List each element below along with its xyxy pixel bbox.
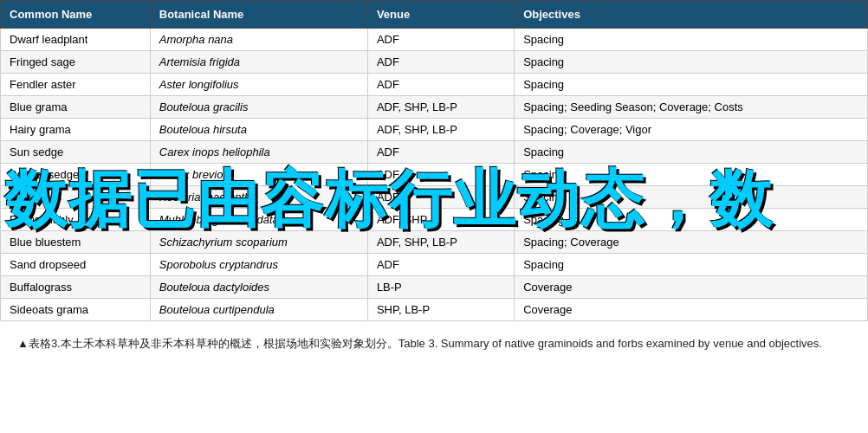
cell-botanical-name: Schizachyrium scoparium bbox=[150, 231, 367, 254]
cell-common-name: Sand dropseed bbox=[1, 254, 151, 276]
cell-common-name: Buffalograss bbox=[1, 276, 151, 299]
caption-chinese: 表格3.本土禾本科草种及非禾本科草种的概述，根据场地和实验对象划分。 bbox=[29, 337, 398, 350]
cell-venue: SHP, LB-P bbox=[367, 299, 514, 321]
cell-objectives: Spacing bbox=[515, 209, 868, 231]
table-row: Blue gramaBouteloua gracilisADF, SHP, LB… bbox=[1, 96, 868, 119]
cell-venue: ADF, SHP, LB-P bbox=[367, 231, 514, 254]
cell-venue: LB-P bbox=[367, 276, 514, 299]
cell-common-name: Blue bluestem bbox=[1, 231, 151, 254]
cell-venue: ADF bbox=[367, 74, 514, 96]
cell-venue: ADF bbox=[367, 186, 514, 209]
header-objectives: Objectives bbox=[515, 1, 868, 29]
cell-venue: ADF, SHP, LB-P bbox=[367, 96, 514, 119]
cell-objectives: Coverage bbox=[515, 276, 868, 299]
cell-objectives: Spacing; Coverage; Vigor bbox=[515, 119, 868, 141]
cell-botanical-name: Aster longifolius bbox=[150, 74, 367, 96]
header-venue: Venue bbox=[367, 1, 514, 29]
cell-venue: ADF bbox=[367, 254, 514, 276]
table-row: Blue bluestemSchizachyrium scopariumADF,… bbox=[1, 231, 868, 254]
table-row: Fringed sageArtemisia frigidaADFSpacing bbox=[1, 51, 868, 74]
table-row: Fendler asterAster longifoliusADFSpacing bbox=[1, 74, 868, 96]
cell-botanical-name: Bouteloua dactyloides bbox=[150, 276, 367, 299]
caption-english: Table 3. Summary of native graminoids an… bbox=[398, 337, 822, 350]
caption-area: ▲表格3.本土禾本科草种及非禾本科草种的概述，根据场地和实验对象划分。Table… bbox=[0, 335, 868, 367]
cell-botanical-name: Koeleria macrantha bbox=[150, 186, 367, 209]
cell-botanical-name: Bouteloua hirsuta bbox=[150, 119, 367, 141]
table-row: Sand dropseedSporobolus cryptandrusADFSp… bbox=[1, 254, 868, 276]
table-row: BuffalograssBouteloua dactyloidesLB-PCov… bbox=[1, 276, 868, 299]
cell-common-name: Junegrass bbox=[1, 186, 151, 209]
cell-common-name: Plains muhly bbox=[1, 209, 151, 231]
cell-botanical-name: Artemisia frigida bbox=[150, 51, 367, 74]
cell-common-name: Sideoats grama bbox=[1, 299, 151, 321]
cell-objectives: Spacing; Coverage bbox=[515, 231, 868, 254]
cell-botanical-name: Carex brevior bbox=[150, 164, 367, 186]
cell-common-name: Sun sedge bbox=[1, 141, 151, 164]
cell-common-name: Brevior sedge bbox=[1, 164, 151, 186]
cell-botanical-name: Muhlenbergia cuspidata bbox=[150, 209, 367, 231]
header-common-name: Common Name bbox=[1, 1, 151, 29]
cell-common-name: Dwarf leadplant bbox=[1, 29, 151, 51]
cell-botanical-name: Carex inops heliophila bbox=[150, 141, 367, 164]
table-row: Plains muhlyMuhlenbergia cuspidataADF, S… bbox=[1, 209, 868, 231]
cell-venue: ADF bbox=[367, 164, 514, 186]
data-table: Common Name Botanical Name Venue Objecti… bbox=[0, 0, 868, 321]
cell-venue: ADF, SHP bbox=[367, 209, 514, 231]
main-container: Common Name Botanical Name Venue Objecti… bbox=[0, 0, 868, 367]
cell-objectives: Spacing; Seeding Season; Coverage; Costs bbox=[515, 96, 868, 119]
cell-common-name: Fringed sage bbox=[1, 51, 151, 74]
caption-triangle: ▲ bbox=[17, 337, 29, 350]
cell-objectives: Spacing bbox=[515, 254, 868, 276]
cell-objectives: Spacing bbox=[515, 164, 868, 186]
cell-venue: ADF, SHP, LB-P bbox=[367, 119, 514, 141]
cell-objectives: Spacing bbox=[515, 141, 868, 164]
header-botanical-name: Botanical Name bbox=[150, 1, 367, 29]
table-header-row: Common Name Botanical Name Venue Objecti… bbox=[1, 1, 868, 29]
cell-botanical-name: Amorpha nana bbox=[150, 29, 367, 51]
cell-objectives: Spacing bbox=[515, 186, 868, 209]
table-row: Dwarf leadplantAmorpha nanaADFSpacing bbox=[1, 29, 868, 51]
cell-venue: ADF bbox=[367, 29, 514, 51]
table-row: JunegrassKoeleria macranthaADFSpacing bbox=[1, 186, 868, 209]
cell-venue: ADF bbox=[367, 141, 514, 164]
cell-venue: ADF bbox=[367, 51, 514, 74]
cell-objectives: Coverage bbox=[515, 299, 868, 321]
cell-botanical-name: Bouteloua gracilis bbox=[150, 96, 367, 119]
table-row: Hairy gramaBouteloua hirsutaADF, SHP, LB… bbox=[1, 119, 868, 141]
cell-botanical-name: Bouteloua curtipendula bbox=[150, 299, 367, 321]
cell-objectives: Spacing bbox=[515, 74, 868, 96]
cell-objectives: Spacing bbox=[515, 51, 868, 74]
table-row: Sun sedgeCarex inops heliophilaADFSpacin… bbox=[1, 141, 868, 164]
table-row: Sideoats gramaBouteloua curtipendulaSHP,… bbox=[1, 299, 868, 321]
cell-objectives: Spacing bbox=[515, 29, 868, 51]
table-row: Brevior sedgeCarex breviorADFSpacing bbox=[1, 164, 868, 186]
cell-common-name: Blue grama bbox=[1, 96, 151, 119]
table-container: Common Name Botanical Name Venue Objecti… bbox=[0, 0, 868, 321]
cell-common-name: Hairy grama bbox=[1, 119, 151, 141]
cell-common-name: Fendler aster bbox=[1, 74, 151, 96]
cell-botanical-name: Sporobolus cryptandrus bbox=[150, 254, 367, 276]
